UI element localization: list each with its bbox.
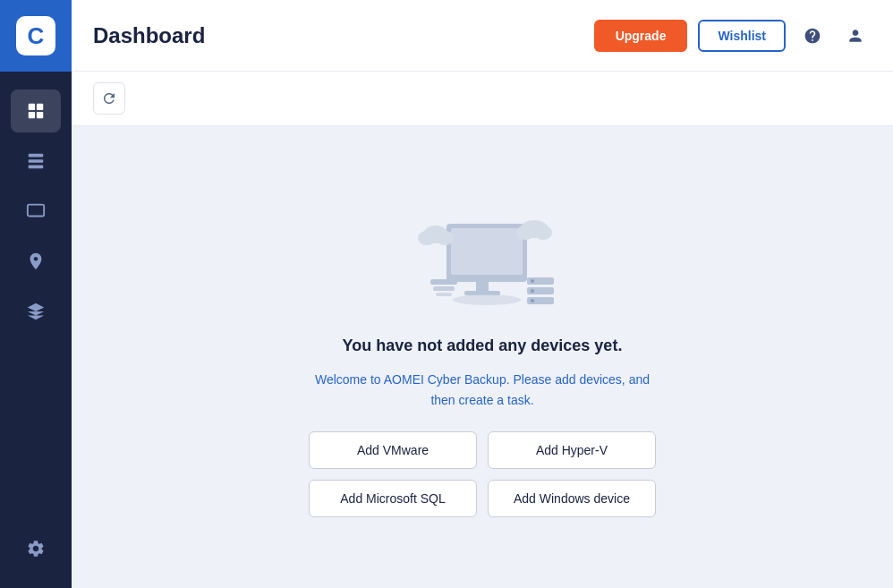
user-icon bbox=[846, 27, 864, 45]
svg-point-17 bbox=[516, 226, 534, 240]
svg-rect-19 bbox=[430, 279, 457, 285]
refresh-icon bbox=[101, 90, 117, 107]
svg-rect-2 bbox=[29, 112, 35, 118]
header-actions: Upgrade Wishlist bbox=[594, 20, 872, 52]
svg-point-12 bbox=[453, 294, 521, 305]
sidebar-bottom bbox=[11, 527, 61, 570]
backup-tasks-icon bbox=[26, 151, 46, 171]
svg-point-27 bbox=[531, 299, 534, 303]
content-area: You have not added any devices yet. Welc… bbox=[72, 126, 893, 588]
logo-text: C bbox=[28, 22, 45, 50]
svg-rect-1 bbox=[37, 104, 43, 110]
empty-illustration bbox=[384, 197, 581, 322]
svg-point-18 bbox=[534, 226, 552, 240]
sidebar-item-location[interactable] bbox=[11, 240, 61, 283]
svg-rect-3 bbox=[37, 112, 43, 118]
svg-rect-4 bbox=[29, 154, 44, 158]
help-button[interactable] bbox=[796, 20, 829, 52]
devices-icon bbox=[26, 201, 46, 221]
svg-point-25 bbox=[531, 279, 534, 283]
layers-icon bbox=[26, 302, 46, 321]
dashboard-icon bbox=[26, 101, 46, 121]
upgrade-button[interactable]: Upgrade bbox=[594, 20, 688, 52]
svg-rect-6 bbox=[29, 166, 44, 169]
svg-rect-7 bbox=[28, 205, 44, 217]
add-windows-button[interactable]: Add Windows device bbox=[488, 480, 656, 517]
svg-rect-5 bbox=[29, 159, 44, 163]
svg-rect-21 bbox=[436, 293, 452, 296]
sidebar-item-backup-tasks[interactable] bbox=[11, 140, 61, 183]
empty-title: You have not added any devices yet. bbox=[343, 337, 623, 355]
header: Dashboard Upgrade Wishlist bbox=[72, 0, 893, 72]
app-logo[interactable]: C bbox=[16, 16, 55, 55]
svg-rect-0 bbox=[29, 104, 35, 110]
main-content: Dashboard Upgrade Wishlist bbox=[72, 0, 893, 588]
svg-point-26 bbox=[531, 289, 534, 293]
action-buttons: Add VMware Add Hyper-V Add Microsoft SQL… bbox=[309, 431, 656, 517]
empty-state: You have not added any devices yet. Welc… bbox=[303, 197, 661, 517]
wishlist-button[interactable]: Wishlist bbox=[698, 20, 786, 52]
sidebar-item-layers[interactable] bbox=[11, 290, 61, 333]
refresh-button[interactable] bbox=[93, 82, 125, 115]
settings-icon bbox=[26, 539, 46, 558]
empty-subtitle: Welcome to AOMEI Cyber Backup. Please ad… bbox=[303, 370, 661, 410]
sidebar: C bbox=[0, 0, 72, 588]
location-icon bbox=[26, 251, 46, 271]
svg-point-14 bbox=[418, 231, 436, 245]
add-hyperv-button[interactable]: Add Hyper-V bbox=[488, 431, 656, 469]
svg-point-15 bbox=[436, 231, 454, 245]
add-mssql-button[interactable]: Add Microsoft SQL bbox=[309, 480, 477, 517]
sidebar-navigation bbox=[0, 89, 72, 333]
sidebar-item-settings[interactable] bbox=[11, 527, 61, 570]
help-icon bbox=[804, 27, 821, 45]
page-title: Dashboard bbox=[93, 23, 594, 48]
svg-rect-20 bbox=[433, 286, 455, 291]
sidebar-item-dashboard[interactable] bbox=[11, 89, 61, 132]
user-avatar[interactable] bbox=[839, 20, 872, 52]
sidebar-item-devices[interactable] bbox=[11, 190, 61, 233]
toolbar bbox=[72, 72, 893, 126]
add-vmware-button[interactable]: Add VMware bbox=[309, 431, 477, 469]
sidebar-logo: C bbox=[0, 0, 72, 72]
svg-rect-9 bbox=[451, 228, 523, 275]
